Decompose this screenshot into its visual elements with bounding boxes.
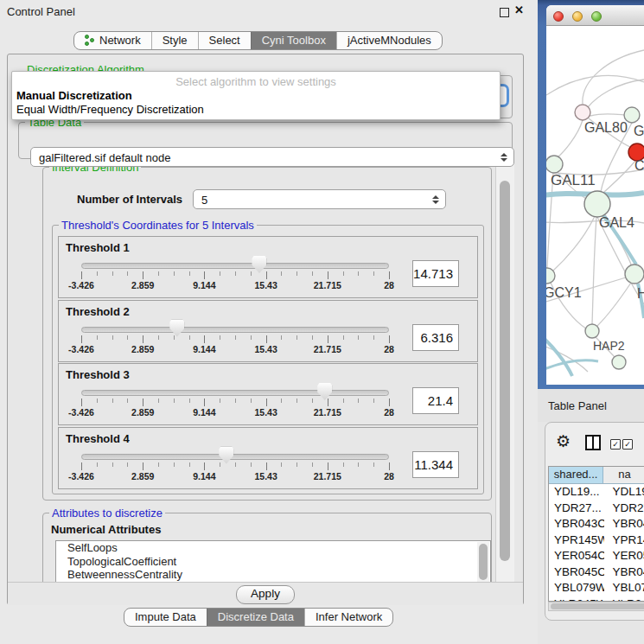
tab-jactivemnodules[interactable]: jActiveMNodules bbox=[336, 32, 442, 49]
cell-shared-name[interactable]: YBL079W bbox=[549, 580, 604, 596]
numerical-attributes-list[interactable]: SelfLoopsTopologicalCoefficientBetweenne… bbox=[55, 540, 491, 585]
number-of-intervals-combo[interactable]: 5 bbox=[193, 189, 446, 209]
network-node[interactable] bbox=[585, 324, 599, 338]
network-edge[interactable] bbox=[546, 75, 644, 95]
table-hscroll-thumb[interactable] bbox=[551, 603, 644, 609]
cell-name[interactable]: YBR04 bbox=[604, 564, 644, 581]
network-edge[interactable] bbox=[588, 80, 644, 107]
attribute-list-item[interactable]: BetweennessCentrality bbox=[56, 568, 490, 582]
cell-name[interactable]: YBL07 bbox=[604, 580, 644, 596]
split-columns-icon[interactable] bbox=[585, 435, 601, 450]
slider-handle[interactable] bbox=[252, 256, 266, 273]
slider-handle[interactable] bbox=[219, 447, 233, 464]
network-node[interactable] bbox=[612, 355, 626, 369]
cell-shared-name[interactable]: YER054C bbox=[549, 548, 604, 564]
slider-tick-label: -3.426 bbox=[68, 344, 94, 354]
table-row[interactable]: YDL19...YDL19 bbox=[549, 484, 644, 501]
float-window-icon[interactable] bbox=[500, 8, 509, 17]
table-horizontal-scrollbar[interactable] bbox=[548, 602, 644, 611]
popup-option-manual[interactable]: Manual Discretization bbox=[16, 89, 132, 102]
combo-stepper-icon bbox=[501, 153, 507, 162]
attribute-list-item[interactable]: SelfLoops bbox=[56, 541, 490, 555]
slider-track[interactable] bbox=[81, 390, 389, 396]
table-row[interactable]: YBL079WYBL07 bbox=[549, 580, 644, 596]
table-panel-titlebar: Table Panel bbox=[538, 389, 644, 422]
gear-icon[interactable]: ⚙ bbox=[556, 431, 571, 451]
network-node[interactable] bbox=[625, 265, 644, 284]
panel-scrollbar[interactable] bbox=[495, 162, 514, 582]
table-row[interactable]: YDR27...YDR27 bbox=[549, 501, 644, 517]
column-header-name[interactable]: na bbox=[603, 467, 644, 483]
popup-option-equal-width[interactable]: Equal Width/Frequency Discretization bbox=[16, 103, 204, 116]
network-graph[interactable]: GAL80GACGAL11GAL4GCY1HHAP2 bbox=[546, 26, 644, 385]
tab-select[interactable]: Select bbox=[198, 32, 251, 49]
slider-tick-labels: -3.4262.8599.14415.4321.71528 bbox=[81, 471, 389, 481]
zoom-traffic-light-icon[interactable] bbox=[591, 11, 602, 22]
tab-network[interactable]: Network bbox=[74, 32, 151, 49]
slider-track[interactable] bbox=[81, 454, 389, 460]
slider-handle[interactable] bbox=[317, 383, 332, 400]
network-edge[interactable] bbox=[590, 114, 624, 116]
cell-shared-name[interactable]: YBR045C bbox=[549, 564, 604, 581]
tab-discretize-data[interactable]: Discretize Data bbox=[207, 609, 304, 626]
threshold-panel: Threshold 1 -3.4262.8599.14415.4321.7152… bbox=[58, 236, 478, 298]
cell-name[interactable]: YBR04 bbox=[604, 516, 644, 532]
tab-style[interactable]: Style bbox=[151, 32, 198, 49]
network-window-titlebar[interactable] bbox=[546, 5, 644, 26]
threshold-panel: Threshold 3 -3.4262.8599.14415.4321.7152… bbox=[58, 363, 478, 425]
apply-button[interactable]: Apply bbox=[236, 585, 295, 604]
numerical-attributes-label: Numerical Attributes bbox=[51, 523, 161, 536]
slider-track[interactable] bbox=[81, 327, 389, 333]
network-edge-highlighted[interactable] bbox=[546, 360, 598, 372]
cell-shared-name[interactable]: YPR145W bbox=[549, 532, 604, 549]
tab-cyni-toolbox[interactable]: Cyni Toolbox bbox=[251, 32, 336, 49]
cell-shared-name[interactable]: YDL19... bbox=[549, 484, 604, 501]
table-data-group: Table Data galFiltered.sif default node bbox=[18, 122, 513, 159]
close-traffic-light-icon[interactable] bbox=[553, 11, 564, 22]
slider-handle[interactable] bbox=[169, 320, 184, 337]
cell-shared-name[interactable]: YBR043C bbox=[549, 516, 604, 532]
checkbox-icon[interactable]: ✓ bbox=[622, 439, 633, 450]
network-edge[interactable] bbox=[597, 283, 631, 326]
network-edge-highlighted[interactable] bbox=[546, 333, 572, 376]
network-node[interactable] bbox=[584, 191, 610, 217]
attributes-list-scrollbar[interactable] bbox=[477, 542, 489, 583]
threshold-value-field[interactable]: 6.316 bbox=[412, 324, 459, 351]
cell-name[interactable]: YDL19 bbox=[604, 484, 644, 501]
slider-tick-labels: -3.4262.8599.14415.4321.71528 bbox=[81, 344, 389, 354]
network-node[interactable] bbox=[546, 156, 563, 173]
network-node[interactable] bbox=[624, 107, 640, 123]
threshold-value-field[interactable]: 21.4 bbox=[412, 387, 459, 414]
algorithm-dropdown-popup: Select algorithm to view settings Manual… bbox=[11, 71, 501, 120]
table-data-combo[interactable]: galFiltered.sif default node bbox=[30, 147, 514, 167]
network-edge[interactable] bbox=[558, 120, 583, 157]
minimize-traffic-light-icon[interactable] bbox=[572, 11, 583, 22]
cell-name[interactable]: YPR14 bbox=[604, 532, 644, 549]
table-row[interactable]: YBR043CYBR04 bbox=[549, 516, 644, 532]
network-node[interactable] bbox=[575, 105, 590, 120]
cell-shared-name[interactable]: YDR27... bbox=[549, 501, 604, 517]
network-edge[interactable] bbox=[603, 161, 635, 194]
slider-tick-label: 9.144 bbox=[193, 280, 215, 290]
slider-track[interactable] bbox=[81, 263, 389, 269]
cell-name[interactable]: YER05 bbox=[604, 548, 644, 564]
close-icon[interactable]: ✕ bbox=[514, 3, 524, 16]
network-canvas[interactable]: GAL80GACGAL11GAL4GCY1HHAP2 bbox=[546, 26, 644, 385]
tab-impute-data[interactable]: Impute Data bbox=[124, 609, 207, 626]
threshold-value-field[interactable]: 14.713 bbox=[412, 260, 459, 287]
table-row[interactable]: YER054CYER05 bbox=[549, 548, 644, 564]
threshold-value-field[interactable]: 11.344 bbox=[412, 451, 459, 478]
table-row[interactable]: YBR045CYBR04 bbox=[549, 564, 644, 581]
table-row[interactable]: YPR145WYPR14 bbox=[549, 532, 644, 549]
table-panel: ⚙ ✓ ✓ shared... na YDL19...YDL19YDR27...… bbox=[545, 422, 644, 621]
network-edge[interactable] bbox=[592, 217, 596, 324]
column-header-shared-name[interactable]: shared... bbox=[549, 467, 603, 483]
cell-name[interactable]: YDR27 bbox=[604, 501, 644, 517]
node-attribute-table[interactable]: shared... na YDL19...YDL19YDR27...YDR27Y… bbox=[548, 466, 644, 602]
tab-infer-network[interactable]: Infer Network bbox=[304, 609, 392, 626]
panel-scrollbar-thumb[interactable] bbox=[500, 181, 510, 561]
checkbox-icon[interactable]: ✓ bbox=[610, 439, 621, 450]
attribute-list-item[interactable]: TopologicalCoefficient bbox=[56, 555, 490, 569]
network-edge[interactable] bbox=[553, 216, 595, 271]
table-panel-toolbar: ⚙ ✓ ✓ bbox=[545, 428, 644, 457]
